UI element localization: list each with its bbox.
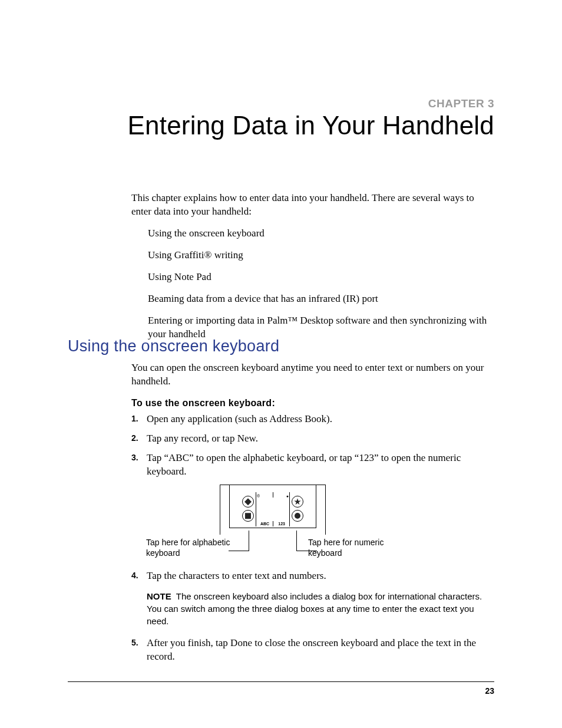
step-text: Tap the characters to enter text and num… — [147, 570, 326, 581]
figure: ® ● ABC 123 Tap here for alphabetic keyb… — [131, 485, 494, 561]
step-number: 2. — [131, 433, 138, 444]
find-icon — [292, 510, 303, 522]
step-text: Tap “ABC” to open the alphabetic keyboar… — [147, 452, 461, 477]
home-icon — [242, 496, 254, 508]
step-number: 1. — [131, 413, 138, 424]
note-label: NOTE — [147, 591, 171, 601]
step-text: Tap any record, or tap New. — [147, 433, 258, 444]
tick-top — [273, 492, 273, 498]
step-item: 3.Tap “ABC” to open the alphabetic keybo… — [131, 452, 494, 479]
chapter-label: CHAPTER 3 — [428, 97, 494, 110]
step-item: 2.Tap any record, or tap New. — [131, 432, 494, 446]
bullet-list: Using the onscreen keyboard Using Graffi… — [131, 227, 494, 341]
bullet-item: Using Note Pad — [148, 271, 494, 284]
num-label: 123 — [278, 521, 285, 526]
step-text: After you finish, tap Done to close the … — [147, 637, 476, 662]
tick-bottom — [273, 521, 273, 526]
footer-rule — [68, 681, 494, 682]
page-number: 23 — [485, 686, 494, 696]
steps-list-cont: 4.Tap the characters to enter text and n… — [131, 569, 494, 583]
device-outline: ® ● ABC 123 — [220, 485, 326, 535]
step-item: 1.Open any application (such as Address … — [131, 413, 494, 426]
procedure-subhead: To use the onscreen keyboard: — [131, 397, 494, 410]
note-block: NOTE The onscreen keyboard also includes… — [147, 590, 494, 627]
bullet-item: Using Graffiti® writing — [148, 249, 494, 262]
step-number: 5. — [131, 637, 138, 648]
callout-right: Tap here for numeric keyboard — [308, 538, 408, 558]
note-text: The onscreen keyboard also includes a di… — [147, 591, 482, 626]
section-intro: You can open the onscreen keyboard anyti… — [131, 361, 494, 388]
document-page: CHAPTER 3 Entering Data in Your Handheld… — [0, 0, 562, 728]
graffiti-area: ® ● ABC 123 — [229, 485, 316, 528]
right-icon-column — [292, 496, 303, 524]
bullet-item: Beaming data from a device that has an i… — [148, 292, 494, 306]
intro-block: This chapter explains how to enter data … — [131, 192, 494, 350]
callout-left: Tap here for alphabetic keyboard — [146, 538, 246, 558]
left-icon-column — [242, 496, 254, 524]
abc-label: ABC — [260, 521, 269, 526]
menu-icon — [242, 510, 254, 522]
intro-paragraph: This chapter explains how to enter data … — [131, 192, 494, 219]
step-item: 5.After you finish, tap Done to close th… — [131, 637, 494, 664]
callout-line — [296, 531, 297, 551]
step-number: 4. — [131, 570, 138, 581]
steps-list-cont2: 5.After you finish, tap Done to close th… — [131, 637, 494, 664]
section-body: You can open the onscreen keyboard anyti… — [131, 361, 494, 670]
chapter-title: Entering Data in Your Handheld — [128, 111, 494, 140]
step-number: 3. — [131, 452, 138, 463]
callout-line — [249, 531, 249, 551]
section-heading: Using the onscreen keyboard — [68, 337, 279, 355]
step-item: 4.Tap the characters to enter text and n… — [131, 569, 494, 583]
steps-list: 1.Open any application (such as Address … — [131, 413, 494, 479]
step-text: Open any application (such as Address Bo… — [147, 413, 332, 424]
favorite-icon — [292, 496, 303, 508]
bullet-item: Using the onscreen keyboard — [148, 227, 494, 241]
